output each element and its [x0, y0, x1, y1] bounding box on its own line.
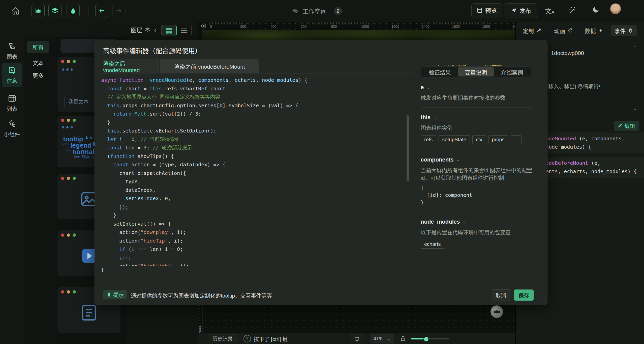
browser-icon — [477, 7, 483, 13]
tab-variable-docs[interactable]: 变量说明 — [458, 67, 494, 76]
section-node-modules-header[interactable]: node_modules⌄ — [421, 219, 533, 225]
tab-vnode-mounted[interactable]: 渲染之后-vnodeMounted — [103, 59, 159, 73]
tab-examples[interactable]: 介绍案例 — [494, 67, 530, 76]
preview-label: 预览 — [485, 6, 497, 15]
ruler-eye-icon[interactable] — [200, 23, 207, 29]
chevron-down-icon[interactable]: ⌄ — [633, 106, 637, 112]
code-scrollbar[interactable] — [407, 115, 409, 181]
workspace-label: 工作空间 - — [302, 7, 330, 15]
layers-mode-button[interactable] — [48, 4, 62, 17]
tab-customize[interactable]: 定制 — [519, 25, 545, 36]
publish-button[interactable]: 发布 — [504, 3, 537, 17]
event-code-preview[interactable]: odeMounted (e, components,node_modules) … — [542, 133, 644, 153]
nav-item-list[interactable]: 列表 — [2, 94, 22, 112]
code-line: action("downplay", i); — [101, 228, 406, 237]
cancel-button[interactable]: 取消 — [492, 289, 510, 301]
tab-animation[interactable]: 动画 — [550, 25, 576, 36]
variables-panel: 验证结果 变量说明 介绍案例 e⌄ 触发对应生命周期事件时接收的参数 this⌄… — [421, 66, 533, 249]
slider-thumb[interactable] — [423, 336, 429, 342]
section-components-header[interactable]: components⌄ — [421, 156, 533, 163]
toolbar-divider — [88, 7, 88, 16]
nav-item-charts[interactable]: 图表 — [2, 42, 22, 60]
category-text[interactable]: 文本 — [27, 57, 49, 69]
code-editor[interactable]: async function vnodeMounted(e, component… — [101, 76, 406, 272]
tab-divider — [101, 73, 414, 73]
zoom-slider[interactable] — [411, 338, 449, 339]
language-icon[interactable]: 文A — [545, 6, 554, 15]
category-more[interactable]: 更多 — [27, 69, 49, 81]
tab-vnode-before-mount[interactable]: 渲染之前-vnodeBeforeMount — [160, 59, 259, 73]
nav-label: 图表 — [7, 54, 17, 60]
code-line: let i = 0; // 当前轮播索引 — [101, 135, 406, 144]
zoom-select[interactable]: 41% ⌄ — [370, 334, 394, 343]
avatar[interactable] — [610, 3, 621, 14]
dark-mode-icon[interactable] — [592, 6, 600, 14]
tip-badge: 提示 — [103, 290, 127, 299]
tab-label: 事件 — [615, 27, 626, 35]
pencil-icon — [618, 123, 622, 128]
history-button[interactable]: 历史记录 — [209, 334, 236, 343]
window-dots-icon — [61, 60, 76, 63]
tab-label: 数据 — [585, 27, 596, 35]
category-all[interactable]: 所有 — [27, 41, 49, 53]
ruler-label: 600 — [301, 24, 306, 29]
bolt-icon — [598, 28, 603, 33]
wordcloud-word: data — [85, 136, 94, 142]
divider — [421, 212, 533, 212]
nav-label: 小组件 — [4, 131, 20, 137]
collapse-panel-icon[interactable]: ‹ — [154, 26, 156, 34]
undo-button[interactable] — [95, 4, 108, 17]
bottom-toolbar: 历史记录 ? 按下了 [ctrl] 键 41% ⌄ — [198, 333, 515, 344]
magic-wand-icon[interactable] — [568, 6, 577, 15]
event-code-preview[interactable]: odeBeforeMount (e,ents, echarts, node_mo… — [542, 157, 644, 178]
divider — [421, 150, 533, 150]
section-this-header[interactable]: this⌄ — [421, 114, 533, 121]
wordcloud-word: tooltip — [63, 136, 83, 142]
nav-label: 信息 — [7, 78, 17, 84]
home-icon[interactable] — [11, 7, 20, 16]
window-dots-icon — [61, 233, 76, 237]
chart-mode-button[interactable] — [32, 4, 45, 17]
window-dots-icon — [61, 119, 76, 122]
edit-button[interactable]: 编辑 — [614, 121, 639, 131]
lock-icon[interactable] — [400, 336, 406, 342]
wrench-icon — [536, 28, 541, 33]
code-line: type, — [101, 177, 406, 186]
code-line: }); — [101, 203, 406, 211]
code-line: this.props.chartConfig.option.series[0].… — [101, 101, 406, 110]
star-widget-icon — [2, 119, 22, 128]
tip-text: 通过提供的参数可为图表增加定制化的tooltip、交互事件等等 — [131, 292, 272, 299]
fit-screen-button[interactable] — [351, 334, 363, 343]
nav-item-widgets[interactable]: 小组件 — [2, 119, 22, 138]
save-button[interactable]: 保存 — [514, 289, 534, 301]
grid-view-button[interactable] — [162, 25, 176, 36]
list-view-button[interactable] — [176, 25, 191, 36]
panel-divider — [417, 70, 417, 287]
preview-button[interactable]: 预览 — [471, 3, 502, 17]
wordcloud-word: legend — [70, 142, 91, 148]
lens-widget[interactable] — [490, 305, 503, 318]
category-column: 所有 文本 更多 — [24, 37, 54, 344]
code-line: (function showTips() { — [101, 152, 406, 161]
tab-events[interactable]: 事件 — [611, 25, 637, 36]
map-mode-button[interactable] — [67, 4, 80, 17]
nav-item-info[interactable]: A 信息 — [2, 63, 22, 87]
drop-icon — [70, 7, 76, 14]
section-e-header[interactable]: e⌄ — [421, 84, 533, 91]
redo-button[interactable] — [112, 4, 126, 17]
code-line: const action = (type, dataIndex) => { — [101, 161, 406, 169]
code-line: odeBeforeMount (e, — [546, 159, 644, 167]
layers-icon — [51, 7, 58, 14]
divider — [421, 107, 533, 108]
this-chips: refssetupStatectxprops... — [421, 135, 533, 144]
help-icon[interactable]: ? — [243, 335, 251, 342]
chevron-down-icon[interactable]: ⌄ — [633, 42, 637, 48]
tab-data[interactable]: 数据 — [581, 25, 607, 36]
code-line: } — [101, 266, 406, 272]
svg-text:A: A — [10, 68, 13, 72]
chevron-down-icon: ⌄ — [427, 85, 430, 90]
code-line: i++; — [101, 254, 406, 262]
workspace-title[interactable]: 工作空间 - 2 — [291, 7, 342, 15]
tab-label: 动画 — [554, 27, 565, 35]
tab-validation-result[interactable]: 验证结果 — [422, 67, 458, 76]
